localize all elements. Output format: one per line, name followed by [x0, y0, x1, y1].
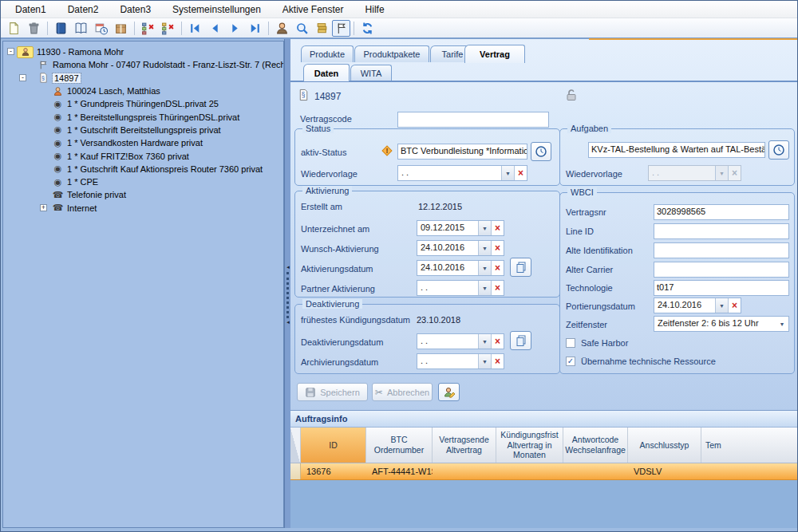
- dropdown-icon[interactable]: ▼: [478, 221, 491, 235]
- clear-icon[interactable]: ×: [491, 354, 504, 368]
- aktiv-status-input[interactable]: BTC Verbundleistung *Information: [397, 144, 527, 160]
- nav-previous-icon[interactable]: [205, 19, 225, 37]
- dropdown-icon[interactable]: ▼: [715, 298, 728, 313]
- clear-icon[interactable]: ×: [491, 241, 504, 255]
- clear-icon[interactable]: ×: [491, 281, 504, 295]
- tab-vertrag[interactable]: Vertrag: [464, 45, 525, 63]
- menu-daten3[interactable]: Daten3: [120, 4, 151, 15]
- partner-aktivierung-field[interactable]: . . ▼ ×: [417, 280, 504, 296]
- vertragsnr-input[interactable]: 3028998565: [654, 204, 789, 220]
- user-icon[interactable]: [272, 19, 292, 37]
- dropdown-icon[interactable]: ▼: [478, 241, 491, 255]
- tree-item-product[interactable]: ◉ 1 * Grundpreis ThüringenDSL.privat 25: [3, 97, 283, 110]
- wunsch-aktivierung-field[interactable]: 24.10.2016 ▼ ×: [417, 240, 504, 256]
- tree-item-product[interactable]: ◉ 1 * Gutschrift Kauf Aktionspreis Route…: [3, 163, 283, 175]
- dropdown-icon[interactable]: ▼: [478, 334, 491, 349]
- dropdown-icon[interactable]: ▼: [478, 354, 491, 368]
- menu-daten1[interactable]: Daten1: [15, 4, 46, 15]
- tree-item-address[interactable]: Ramona Mohr - 07407 Rudolstadt - Franz-L…: [3, 58, 283, 71]
- splitter-handle-icon[interactable]: [286, 272, 289, 318]
- tree-item-product[interactable]: ◉ 1 * Versandkosten Hardware privat: [3, 136, 283, 149]
- portierungsdatum-field[interactable]: 24.10.2016 ▼ ×: [654, 298, 741, 313]
- zeitfenster-select[interactable]: Zeitfenster 2: 6 bis 12 Uhr ▼: [654, 316, 789, 332]
- package-icon[interactable]: [111, 19, 131, 37]
- column-header-btc-ordernumber[interactable]: BTC Ordernumber: [366, 428, 433, 463]
- status-wiedervorlage-field[interactable]: . . ▼ ×: [397, 165, 527, 181]
- save-button[interactable]: Speichern: [297, 383, 368, 401]
- data-stack-icon[interactable]: [312, 19, 332, 37]
- new-document-icon[interactable]: [4, 19, 24, 37]
- tab-produkte[interactable]: Produkte: [301, 45, 354, 62]
- edit-user-button[interactable]: [438, 383, 460, 401]
- column-header-template[interactable]: Tem: [701, 428, 798, 463]
- address-book-icon[interactable]: [51, 19, 71, 37]
- cancel-button[interactable]: ✂ Abbrechen: [372, 383, 433, 401]
- aktivierungsdatum-field[interactable]: 24.10.2016 ▼ ×: [417, 260, 504, 276]
- menu-aktive-fenster[interactable]: Aktive Fenster: [282, 4, 344, 15]
- copy-date-button[interactable]: [510, 331, 531, 350]
- nav-first-icon[interactable]: [185, 19, 205, 37]
- cell-anschlusstyp: VDSLV: [628, 463, 701, 479]
- tree-item-internet[interactable]: + ☎ Internet: [3, 202, 283, 215]
- tree-remove-icon[interactable]: [138, 19, 158, 37]
- technologie-input[interactable]: t017: [654, 280, 789, 296]
- tree-item-product[interactable]: ◉ 1 * Bereitstellungspreis ThüringenDSL.…: [3, 110, 283, 123]
- unterzeichnet-am-field[interactable]: 09.12.2015 ▼ ×: [417, 220, 504, 236]
- dropdown-icon[interactable]: ▼: [776, 317, 788, 331]
- flag-icon[interactable]: [332, 20, 350, 37]
- aufgabe-history-button[interactable]: [768, 140, 789, 160]
- clear-icon[interactable]: ×: [491, 221, 504, 235]
- archivierungsdatum-field[interactable]: . . ▼ ×: [417, 353, 504, 369]
- tree-item-product[interactable]: ◉ 1 * Kauf FRITZ!Box 7360 privat: [3, 149, 283, 162]
- aufgabe-input[interactable]: KVz-TAL-Bestellung & Warten auf TAL-Best…: [588, 142, 765, 158]
- planner-icon[interactable]: [91, 19, 111, 37]
- alte-identifikation-input[interactable]: [654, 242, 789, 258]
- menu-hilfe[interactable]: Hilfe: [365, 4, 385, 15]
- nav-next-icon[interactable]: [225, 19, 245, 37]
- tree-item-label: 1 * Gutschrift Kauf Aktionspreis Router …: [67, 164, 263, 174]
- tab-daten[interactable]: Daten: [303, 64, 350, 81]
- column-header-antwortcode[interactable]: Antwortcode Wechselanfrage: [563, 428, 628, 463]
- column-header-anschlusstyp[interactable]: Anschlusstyp: [628, 428, 701, 463]
- deaktivierungsdatum-field[interactable]: . . ▼ ×: [417, 333, 504, 349]
- vertragscode-input[interactable]: [397, 112, 549, 128]
- refresh-icon[interactable]: [358, 19, 377, 37]
- safe-harbor-checkbox[interactable]: [566, 338, 575, 348]
- expand-icon[interactable]: +: [40, 204, 47, 211]
- dropdown-icon[interactable]: ▼: [501, 166, 514, 180]
- status-history-button[interactable]: [531, 142, 551, 161]
- search-icon[interactable]: [292, 19, 312, 37]
- menu-systemeinstellungen[interactable]: Systemeinstellungen: [172, 4, 261, 15]
- dropdown-icon[interactable]: ▼: [478, 261, 491, 275]
- tree-item-product[interactable]: ◉ 1 * Gutschrift Bereitstellungspreis pr…: [3, 124, 283, 136]
- dropdown-icon[interactable]: ▼: [478, 281, 491, 295]
- tree-item-contact[interactable]: 100024 Lasch, Matthias: [3, 85, 283, 97]
- clear-icon[interactable]: ×: [514, 166, 527, 180]
- tab-produktpakete[interactable]: Produktpakete: [354, 45, 429, 62]
- clear-icon[interactable]: ×: [491, 334, 504, 349]
- collapse-icon[interactable]: -: [7, 48, 14, 55]
- tab-wita[interactable]: WITA: [350, 65, 392, 81]
- tree-item-contract[interactable]: - § 14897: [3, 72, 283, 85]
- column-header-vertragsende[interactable]: Vertragsende Altvertrag: [433, 428, 496, 463]
- wunsch-aktivierung-label: Wunsch-Aktivierung: [301, 244, 379, 254]
- uebernahme-checkbox[interactable]: ✓: [566, 357, 575, 366]
- clear-icon[interactable]: ×: [728, 298, 741, 313]
- tree-item-product[interactable]: ◉ 1 * CPE: [3, 175, 283, 188]
- line-id-input[interactable]: [654, 223, 789, 239]
- alter-carrier-input[interactable]: [654, 262, 789, 278]
- open-book-icon[interactable]: [71, 19, 91, 37]
- column-header-id[interactable]: ID: [301, 428, 366, 463]
- delete-icon[interactable]: [24, 19, 44, 37]
- collapse-icon[interactable]: -: [19, 74, 26, 81]
- copy-date-button[interactable]: [510, 258, 531, 277]
- table-row[interactable]: 13676 AFT-44441-W1S... VDSLV: [290, 463, 798, 480]
- tree-item-customer[interactable]: - 11930 - Ramona Mohr: [3, 45, 283, 58]
- splitter[interactable]: ◄ ◄: [284, 39, 290, 528]
- tree-item-telefonie[interactable]: ☎ Telefonie privat: [3, 188, 283, 201]
- column-header-kuendigungsfrist[interactable]: Kündigungsfrist Altvertrag in Monaten: [496, 428, 563, 463]
- tree-configure-icon[interactable]: [158, 19, 178, 37]
- menu-daten2[interactable]: Daten2: [68, 4, 99, 15]
- clear-icon[interactable]: ×: [491, 261, 504, 275]
- nav-last-icon[interactable]: [245, 19, 265, 37]
